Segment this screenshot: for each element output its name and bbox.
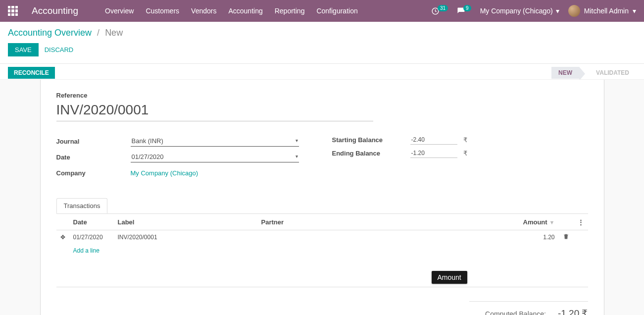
computed-balance-value: -1.20 ₹ <box>558 308 588 315</box>
cell-date[interactable]: 01/27/2020 <box>69 230 114 245</box>
discard-button[interactable]: Discard <box>45 46 74 53</box>
col-date[interactable]: Date <box>69 213 114 230</box>
grid-options-icon[interactable]: ⋮ <box>574 213 588 230</box>
chevron-down-icon: ▾ <box>556 7 559 15</box>
reconcile-button[interactable]: Reconcile <box>8 67 55 79</box>
save-button[interactable]: Save <box>8 43 39 56</box>
ending-balance-input[interactable] <box>410 149 457 158</box>
nav-accounting[interactable]: Accounting <box>222 7 268 15</box>
breadcrumb-sep: / <box>97 28 99 38</box>
breadcrumb-current: New <box>105 28 123 38</box>
date-label: Date <box>56 154 131 161</box>
sort-caret-icon: ▼ <box>549 219 555 225</box>
activity-icon[interactable]: 31 <box>431 7 448 15</box>
nav-right: 31 9 My Company (Chicago) ▾ Mitchell Adm… <box>431 5 636 17</box>
ending-balance-label: Ending Balance <box>332 150 410 157</box>
computed-balance: Computed Balance: -1.20 ₹ <box>469 301 588 315</box>
form-sheet: Reference Journal ▾ Date ▾ Company My Co… <box>40 80 604 315</box>
nav-customers[interactable]: Customers <box>140 7 185 15</box>
nav-links: Overview Customers Vendors Accounting Re… <box>99 7 364 15</box>
reference-input[interactable] <box>56 101 373 121</box>
company-label: Company <box>56 169 131 177</box>
breadcrumb: Accounting Overview / New <box>0 22 644 41</box>
user-menu[interactable]: Mitchell Admin ▾ <box>568 5 636 17</box>
journal-select[interactable] <box>131 136 299 147</box>
currency-symbol: ₹ <box>463 136 467 144</box>
transactions-grid: Date Label Partner Amount▼ ⋮ ✥ 01/27/202… <box>56 213 588 297</box>
reference-label: Reference <box>56 92 588 99</box>
messages-badge: 9 <box>463 5 471 11</box>
form-scroll[interactable]: Reference Journal ▾ Date ▾ Company My Co… <box>0 79 644 315</box>
tabs: Transactions Date Label Partner Amount▼ … <box>56 198 588 315</box>
tab-transactions[interactable]: Transactions <box>56 198 108 213</box>
add-line-link[interactable]: Add a line <box>73 247 99 254</box>
delete-row-icon[interactable] <box>559 230 574 245</box>
status-new[interactable]: New <box>551 67 579 79</box>
cell-partner[interactable] <box>257 230 396 245</box>
avatar <box>568 5 580 17</box>
chevron-down-icon: ▾ <box>633 7 636 15</box>
date-input[interactable] <box>131 152 299 162</box>
messages-icon[interactable]: 9 <box>457 7 471 15</box>
brand-title[interactable]: Accounting <box>32 5 78 16</box>
cell-amount[interactable]: 1.20 <box>396 230 559 245</box>
journal-label: Journal <box>56 138 131 145</box>
apps-icon[interactable] <box>8 6 18 16</box>
company-picker[interactable]: My Company (Chicago) ▾ <box>480 7 559 15</box>
starting-balance-label: Starting Balance <box>332 136 410 144</box>
company-link[interactable]: My Company (Chicago) <box>131 169 198 177</box>
top-nav: Accounting Overview Customers Vendors Ac… <box>0 0 644 22</box>
nav-vendors[interactable]: Vendors <box>185 7 222 15</box>
nav-reporting[interactable]: Reporting <box>269 7 311 15</box>
nav-configuration[interactable]: Configuration <box>310 7 363 15</box>
currency-symbol: ₹ <box>463 150 467 157</box>
starting-balance-input[interactable] <box>410 135 457 145</box>
computed-balance-label: Computed Balance: <box>485 310 546 315</box>
col-label[interactable]: Label <box>114 213 257 230</box>
breadcrumb-parent[interactable]: Accounting Overview <box>8 28 92 38</box>
form-actions: Save Discard <box>0 41 644 63</box>
drag-handle-icon[interactable]: ✥ <box>56 230 69 245</box>
nav-overview[interactable]: Overview <box>99 7 140 15</box>
status-validated[interactable]: Validated <box>589 67 636 79</box>
activity-badge: 31 <box>438 5 448 11</box>
col-partner[interactable]: Partner <box>257 213 396 230</box>
col-amount[interactable]: Amount▼ <box>396 213 559 230</box>
table-row[interactable]: ✥ 01/27/2020 INV/2020/0001 1.20 <box>56 230 588 245</box>
cell-label[interactable]: INV/2020/0001 <box>114 230 257 245</box>
